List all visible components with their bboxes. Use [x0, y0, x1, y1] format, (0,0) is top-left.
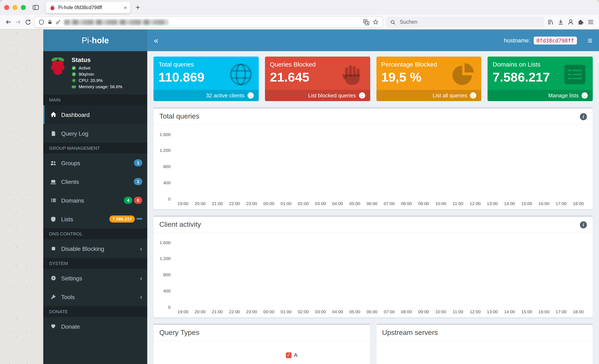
panel-upstream-servers: Upstream servers — [376, 324, 593, 364]
donate-icon — [50, 324, 57, 329]
info-icon[interactable]: i — [580, 113, 587, 120]
query-type-legend-item[interactable]: ✓ A — [286, 352, 297, 358]
globe-icon — [228, 62, 254, 87]
brand-prefix: Pi- — [81, 36, 92, 45]
arrow-circle-icon: → — [359, 92, 365, 98]
zoom-window-button[interactable] — [21, 5, 26, 10]
new-tab-button[interactable]: + — [136, 4, 140, 11]
card-footer-link[interactable]: List blocked queries → — [265, 90, 370, 101]
x-tick-label: 14:00 — [501, 201, 518, 206]
download-icon[interactable] — [557, 19, 564, 25]
x-tick-label: 15:00 — [518, 201, 535, 206]
hand-icon — [339, 62, 365, 87]
back-icon[interactable] — [5, 19, 12, 25]
chart-plot-area — [174, 236, 587, 307]
key-icon[interactable] — [56, 19, 61, 25]
app-top-navbar: « hostname: 0fd38cd798ff ≡ — [147, 29, 599, 51]
hostname-badge: 0fd38cd798ff — [533, 36, 577, 44]
close-window-button[interactable] — [4, 5, 9, 10]
card-footer-label: List blocked queries — [308, 92, 356, 98]
sidebar-item-donate[interactable]: Donate — [43, 317, 147, 336]
tab-close-button[interactable]: × — [124, 4, 127, 11]
panel-query-types: Query Types ✓ A — [153, 324, 370, 364]
x-tick-label: 00:00 — [260, 309, 277, 314]
sidebar-item-tools[interactable]: Tools ‹ — [43, 287, 147, 306]
sidebar-section-donate: DONATE — [43, 306, 147, 317]
sidebar-item-label: Lists — [61, 216, 73, 222]
account-icon[interactable] — [567, 19, 574, 25]
chevron-left-icon: ‹ — [140, 293, 142, 300]
x-tick-label: 05:00 — [346, 309, 364, 314]
shield-icon[interactable] — [39, 19, 44, 25]
x-tick-label: 01:00 — [277, 201, 295, 206]
panel-title: Upstream servers — [382, 329, 438, 337]
x-tick-label: 21:00 — [209, 201, 226, 206]
card-footer-link[interactable]: 32 active clients → — [153, 90, 259, 101]
wrench-icon — [50, 294, 57, 300]
browser-tab[interactable]: Pi-hole 0fd38cd798ff × — [46, 2, 131, 13]
x-tick-label: 10:00 — [432, 309, 449, 314]
hamburger-menu-icon[interactable]: ≡ — [588, 36, 592, 44]
sidebar-section-group-management: GROUP MANAGEMENT — [43, 143, 147, 153]
minimize-window-button[interactable] — [12, 5, 18, 10]
sidebar-item-dashboard[interactable]: Dashboard — [43, 105, 147, 124]
x-axis: 19:0020:0021:0022:0023:0000:0001:0002:00… — [174, 309, 587, 314]
menu-icon[interactable] — [587, 19, 594, 25]
pihole-logo[interactable]: Pi-hole — [43, 29, 147, 51]
checkbox-checked-icon[interactable]: ✓ — [286, 352, 291, 358]
sidebar-item-groups[interactable]: Groups 1 — [43, 153, 147, 172]
x-tick-label: 06:00 — [363, 309, 381, 314]
stop-icon — [50, 246, 57, 251]
x-tick-label: 03:00 — [312, 309, 329, 314]
sidebar-section-dns-control: DNS CONTROL — [43, 228, 147, 239]
sidebar-collapse-icon[interactable]: « — [154, 36, 158, 44]
extensions-icon[interactable] — [577, 19, 584, 25]
check-circle-icon — [71, 65, 76, 70]
bookmark-star-icon[interactable] — [373, 19, 379, 25]
screen: Pi-hole 0fd38cd798ff × + — [0, 0, 599, 364]
url-text-redacted — [64, 19, 168, 25]
x-tick-label: 12:00 — [467, 201, 484, 206]
raspberry-logo — [48, 56, 67, 77]
pihole-app: Pi-hole « hostname: 0fd38cd798ff ≡ — [43, 29, 599, 364]
main-content: Total queries 110.869 32 active clients … — [147, 51, 599, 364]
status-title: Status — [71, 56, 122, 63]
status-panel: Status Active 90q/min — [43, 51, 147, 94]
x-tick-label: 14:00 — [501, 309, 518, 314]
pie-chart-icon — [451, 62, 476, 87]
lock-icon[interactable] — [47, 19, 53, 25]
window-controls — [4, 5, 26, 10]
sidebar-item-domains[interactable]: Domains 4 0 — [43, 191, 147, 210]
sidebar-item-query-log[interactable]: Query Log — [43, 124, 147, 143]
home-icon — [50, 112, 57, 118]
sidebar-item-settings[interactable]: Settings ‹ — [43, 269, 147, 287]
sidebar-toggle-icon[interactable] — [32, 4, 39, 11]
reload-icon[interactable] — [25, 19, 31, 25]
y-tick-label: 800 — [163, 272, 171, 277]
sidebar-item-disable-blocking[interactable]: Disable Blocking ‹ — [43, 239, 147, 258]
url-bar[interactable]: A — [35, 17, 383, 27]
chevron-left-icon: ‹ — [140, 245, 142, 252]
browser-tab-bar: Pi-hole 0fd38cd798ff × + — [0, 0, 599, 15]
translate-icon[interactable]: A — [363, 19, 369, 25]
sidebar-item-lists[interactable]: Lists 7.586.217 — [43, 210, 147, 228]
x-tick-label: 02:00 — [295, 201, 312, 206]
info-icon[interactable]: i — [580, 221, 587, 228]
library-icon[interactable] — [547, 19, 554, 25]
search-input[interactable] — [399, 19, 540, 25]
domains-allowed-badge: 4 — [124, 196, 132, 204]
x-tick-label: 22:00 — [226, 201, 243, 206]
browser-search-field[interactable] — [386, 17, 544, 27]
x-tick-label: 10:00 — [432, 201, 449, 206]
sidebar-item-label: Groups — [61, 160, 80, 166]
x-tick-label: 18:00 — [570, 201, 587, 206]
list-icon — [50, 198, 57, 203]
sidebar-item-clients[interactable]: Clients 1 — [43, 172, 147, 191]
y-tick-label: 400 — [163, 180, 171, 185]
card-footer-link[interactable]: List all queries → — [376, 90, 482, 101]
chart-plot-area — [174, 128, 587, 199]
card-footer-link[interactable]: Manage lists → — [488, 90, 593, 101]
x-tick-label: 08:00 — [398, 201, 415, 206]
forward-icon[interactable] — [15, 19, 22, 25]
x-tick-label: 11:00 — [449, 309, 467, 314]
